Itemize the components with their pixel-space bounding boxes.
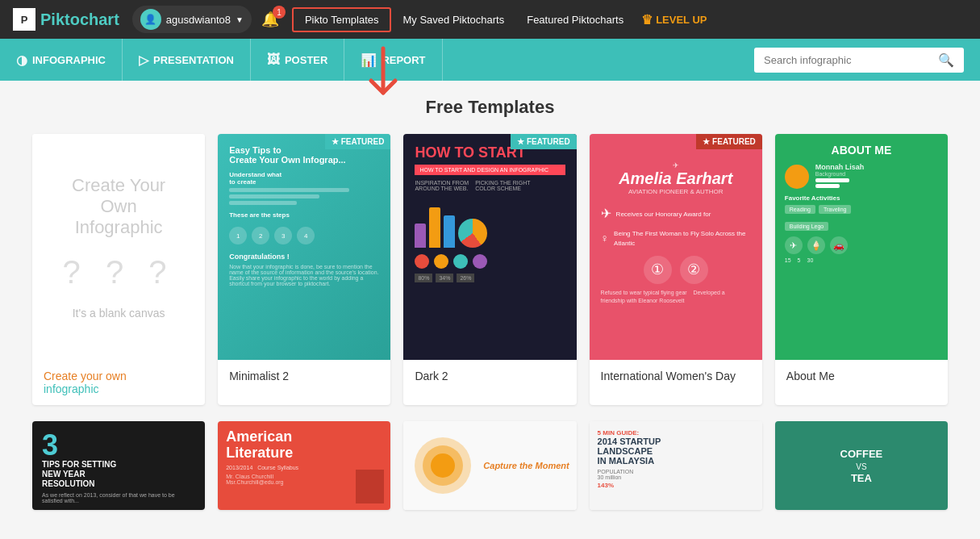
template-card-capture[interactable]: Capture the Moment (403, 421, 576, 510)
tab-presentation[interactable]: ▷ PRESENTATION (123, 39, 251, 81)
featured-badge-womens: FEATURED (696, 134, 762, 149)
presentation-icon: ▷ (139, 52, 148, 68)
user-menu[interactable]: 👤 agusdwianto8 ▼ (132, 6, 252, 33)
template-card-minimalist2[interactable]: FEATURED Easy Tips toCreate Your Own Inf… (218, 134, 390, 405)
template-grid-row1: Create YourOwnInfographic ? ? ? It's a b… (32, 134, 948, 405)
search-icon: 🔍 (938, 52, 954, 68)
template-card-dark2[interactable]: FEATURED HOW TO START HOW TO START AND D… (403, 134, 576, 405)
crown-icon: ♛ (641, 12, 653, 27)
notification-badge: 1 (273, 6, 286, 19)
logo-text: Piktochart (40, 10, 119, 29)
template-card-about-me[interactable]: ABOUT ME Monnah Lisah Background Favorit… (775, 134, 948, 405)
poster-icon: 🖼 (267, 52, 280, 67)
logo[interactable]: P Piktochart (13, 8, 119, 31)
level-up-button[interactable]: ♛ LEVEL UP (641, 12, 707, 27)
template-card-coffee-tea[interactable]: COFFEEVSTEA (775, 421, 948, 510)
nav-pikto-templates[interactable]: Pikto Templates (292, 7, 392, 32)
sub-navigation: ◑ INFOGRAPHIC ▷ PRESENTATION 🖼 POSTER 📊 … (0, 39, 980, 81)
question-marks-icon: ? ? ? (63, 254, 175, 290)
blank-card-label: Create your own infographic (32, 360, 205, 405)
template-card-blank[interactable]: Create YourOwnInfographic ? ? ? It's a b… (32, 134, 205, 405)
report-icon: 📊 (361, 52, 377, 68)
search-input[interactable] (764, 54, 932, 66)
username: agusdwianto8 (166, 14, 231, 26)
photo-placeholder (356, 470, 384, 503)
tab-poster[interactable]: 🖼 POSTER (251, 39, 344, 81)
nav-featured[interactable]: Featured Piktocharts (515, 9, 635, 31)
notification-button[interactable]: 🔔 1 (261, 10, 279, 28)
about-me-preview: ABOUT ME Monnah Lisah Background Favorit… (775, 134, 948, 360)
malaysia-preview: 5 MIN GUIDE: 2014 STARTUPLANDSCAPEIN MAL… (590, 421, 762, 510)
dark2-preview: FEATURED HOW TO START HOW TO START AND D… (403, 134, 576, 360)
tab-infographic[interactable]: ◑ INFOGRAPHIC (16, 39, 123, 81)
section-title: Free Templates (32, 97, 948, 118)
featured-badge: FEATURED (325, 134, 391, 149)
capture-preview: Capture the Moment (403, 421, 576, 510)
nav-my-saved[interactable]: My Saved Piktocharts (391, 9, 515, 31)
top-navigation: P Piktochart 👤 agusdwianto8 ▼ 🔔 1 Pikto … (0, 0, 980, 39)
search-box[interactable]: 🔍 (754, 48, 964, 73)
dark2-label: Dark 2 (403, 360, 576, 392)
main-content: Free Templates Create YourOwnInfographic… (0, 81, 980, 526)
minimalist2-preview: FEATURED Easy Tips toCreate Your Own Inf… (218, 134, 390, 360)
template-card-new-year[interactable]: 3 TIPS FOR SETTINGNEW YEARRESOLUTION As … (32, 421, 205, 510)
template-card-american-lit[interactable]: AmericanLiterature 2013/2014 Course Syll… (218, 421, 390, 510)
featured-badge-dark2: FEATURED (511, 134, 577, 149)
chevron-down-icon: ▼ (236, 15, 244, 24)
minimalist2-label: Minimalist 2 (218, 360, 390, 392)
blank-preview: Create YourOwnInfographic ? ? ? It's a b… (32, 134, 205, 360)
american-lit-preview: AmericanLiterature 2013/2014 Course Syll… (218, 421, 390, 510)
new-year-preview: 3 TIPS FOR SETTINGNEW YEARRESOLUTION As … (32, 421, 205, 510)
template-card-womens-day[interactable]: FEATURED ✈ Amelia Earhart AVIATION PIONE… (590, 134, 762, 405)
template-card-malaysia[interactable]: 5 MIN GUIDE: 2014 STARTUPLANDSCAPEIN MAL… (590, 421, 762, 510)
tab-report[interactable]: 📊 REPORT (344, 39, 442, 81)
womens-day-label: International Women's Day (590, 360, 762, 392)
infographic-icon: ◑ (16, 52, 27, 68)
coffee-tea-preview: COFFEEVSTEA (775, 421, 948, 510)
avatar: 👤 (140, 9, 161, 30)
about-me-label: About Me (775, 360, 948, 392)
template-grid-row2: 3 TIPS FOR SETTINGNEW YEARRESOLUTION As … (32, 421, 948, 510)
logo-box: P (13, 8, 35, 31)
womens-day-preview: FEATURED ✈ Amelia Earhart AVIATION PIONE… (590, 134, 762, 360)
